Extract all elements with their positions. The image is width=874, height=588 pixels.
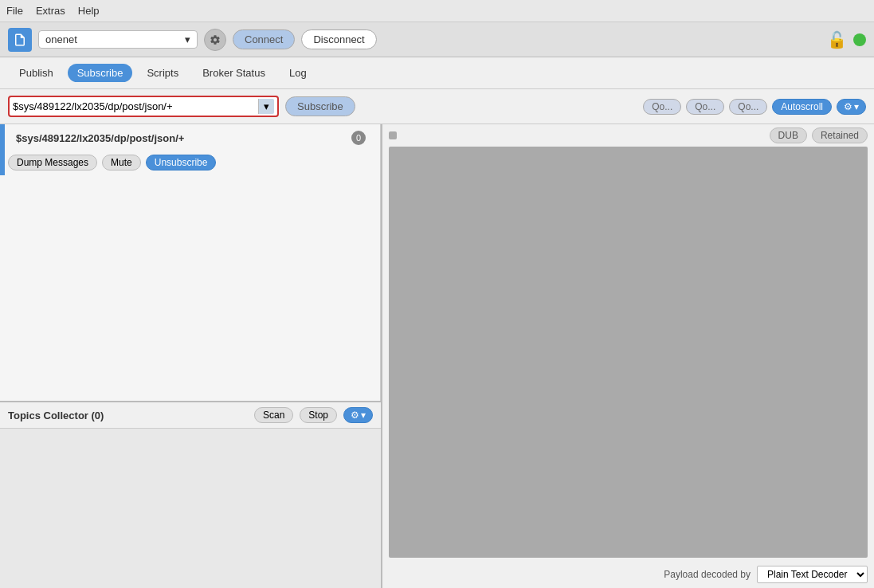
topic-dropdown-button[interactable]: ▾	[258, 99, 274, 114]
subscription-topic: $sys/489122/lx2035/dp/post/json/+	[16, 132, 184, 144]
tab-publish[interactable]: Publish	[10, 64, 63, 82]
message-area	[389, 147, 868, 558]
topics-collector-header: Topics Collector (0) Scan Stop ⚙ ▾	[0, 402, 381, 429]
tab-scripts[interactable]: Scripts	[137, 64, 188, 82]
subscribe-settings-button[interactable]: ⚙ ▾	[837, 99, 866, 115]
main-content: ▾ Subscribe Qo... Qo... Qo... Autoscroll…	[0, 89, 874, 588]
right-panel: DUB Retained Payload decoded by Plain Te…	[382, 124, 874, 588]
dropdown-icon: ▾	[854, 101, 859, 112]
connection-dropdown[interactable]: onenet ▾	[38, 30, 198, 49]
connect-button[interactable]: Connect	[233, 29, 295, 49]
topics-collector: Topics Collector (0) Scan Stop ⚙ ▾	[0, 401, 381, 588]
gear-icon-collector: ⚙	[351, 410, 359, 421]
subscribe-button[interactable]: Subscribe	[285, 96, 355, 116]
dropdown-arrow-icon: ▾	[185, 33, 190, 45]
menu-help[interactable]: Help	[78, 5, 100, 17]
settings-button[interactable]	[204, 29, 226, 51]
subscription-count: 0	[351, 131, 366, 145]
payload-bar: Payload decoded by Plain Text Decoder	[382, 561, 874, 588]
disconnect-button[interactable]: Disconnect	[301, 29, 376, 49]
retained-badge: Retained	[812, 127, 868, 143]
menubar: File Extras Help	[0, 0, 874, 22]
tab-broker-status[interactable]: Broker Status	[193, 64, 275, 82]
gear-icon-small: ⚙	[844, 101, 852, 112]
dropdown-icon-collector: ▾	[361, 410, 366, 421]
app-icon	[8, 28, 32, 52]
topic-input[interactable]	[13, 100, 258, 112]
right-controls: Qo... Qo... Qo... Autoscroll ⚙ ▾	[643, 99, 866, 115]
sub-item-row: $sys/489122/lx2035/dp/post/json/+ 0	[0, 124, 380, 151]
tab-log[interactable]: Log	[280, 64, 316, 82]
scroll-indicator[interactable]	[389, 131, 397, 139]
autoscroll-button[interactable]: Autoscroll	[772, 99, 832, 115]
topics-collector-title: Topics Collector (0)	[8, 410, 104, 421]
dump-messages-button[interactable]: Dump Messages	[8, 155, 97, 171]
subscribe-bar: ▾ Subscribe Qo... Qo... Qo... Autoscroll…	[0, 89, 874, 124]
qos-button-1[interactable]: Qo...	[643, 99, 681, 115]
menu-extras[interactable]: Extras	[36, 5, 65, 17]
scan-button[interactable]: Scan	[254, 407, 293, 423]
tabs-bar: Publish Subscribe Scripts Broker Status …	[0, 57, 874, 89]
payload-decoded-label: Payload decoded by	[664, 569, 751, 580]
toolbar: onenet ▾ Connect Disconnect 🔓	[0, 22, 874, 57]
collector-settings-button[interactable]: ⚙ ▾	[343, 407, 373, 423]
subscription-item: $sys/489122/lx2035/dp/post/json/+ 0 Dump…	[0, 124, 380, 175]
subscription-panel: $sys/489122/lx2035/dp/post/json/+ 0 Dump…	[0, 124, 381, 401]
content-area: $sys/489122/lx2035/dp/post/json/+ 0 Dump…	[0, 124, 874, 588]
lock-icon: 🔓	[827, 30, 847, 49]
stop-button[interactable]: Stop	[300, 407, 337, 423]
sub-actions: Dump Messages Mute Unsubscribe	[0, 151, 380, 175]
menu-file[interactable]: File	[6, 5, 23, 17]
payload-decoder-select[interactable]: Plain Text Decoder	[757, 566, 868, 583]
qos-button-3[interactable]: Qo...	[729, 99, 767, 115]
tab-subscribe[interactable]: Subscribe	[68, 64, 133, 82]
topic-input-wrap: ▾	[8, 96, 279, 117]
left-panel: $sys/489122/lx2035/dp/post/json/+ 0 Dump…	[0, 124, 382, 588]
unsubscribe-button[interactable]: Unsubscribe	[146, 155, 217, 171]
mute-button[interactable]: Mute	[102, 155, 141, 171]
connection-name: onenet	[45, 33, 77, 45]
topics-collector-body	[0, 429, 381, 588]
qos-button-2[interactable]: Qo...	[686, 99, 724, 115]
status-dot	[853, 33, 866, 46]
right-top-bar: DUB Retained	[382, 124, 874, 147]
dub-badge: DUB	[770, 127, 807, 143]
